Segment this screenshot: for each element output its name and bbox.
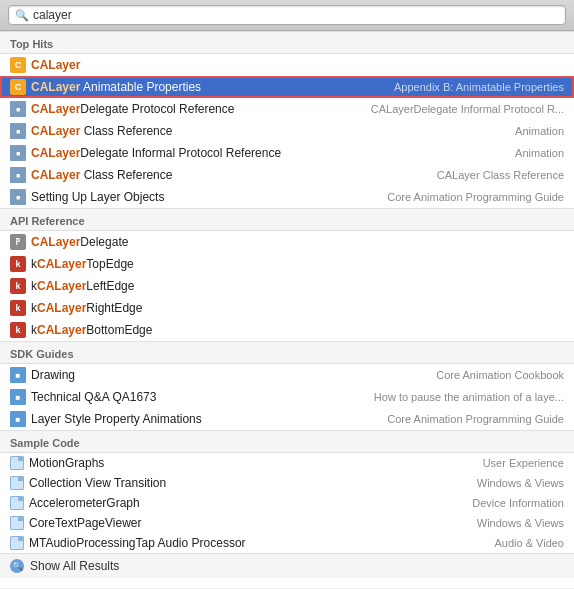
search-input[interactable] — [33, 8, 559, 22]
result-text: AccelerometerGraph — [29, 496, 462, 510]
result-text: CALayer Class Reference — [31, 124, 505, 138]
c-icon: C — [10, 57, 26, 73]
result-subtitle: Core Animation Cookbook — [436, 369, 564, 381]
result-text: MTAudioProcessingTap Audio Processor — [29, 536, 484, 550]
result-calayer-delegate-informal[interactable]: ■ CALayerDelegate Informal Protocol Refe… — [0, 142, 574, 164]
result-subtitle: Device Information — [472, 497, 564, 509]
search-input-wrap[interactable]: 🔍 — [8, 5, 566, 25]
result-subtitle: Animation — [515, 125, 564, 137]
result-subtitle: Windows & Views — [477, 517, 564, 529]
result-text: CALayer — [31, 58, 564, 72]
result-kcalayer-bottom-edge[interactable]: k kCALayerBottomEdge — [0, 319, 574, 341]
result-kcalayer-right-edge[interactable]: k kCALayerRightEdge — [0, 297, 574, 319]
result-subtitle: Appendix B: Animatable Properties — [394, 81, 564, 93]
result-subtitle: Windows & Views — [477, 477, 564, 489]
result-drawing[interactable]: ■ Drawing Core Animation Cookbook — [0, 364, 574, 386]
show-all-icon: 🔍 — [10, 559, 24, 573]
result-text: Drawing — [31, 368, 426, 382]
result-mtaudio[interactable]: MTAudioProcessingTap Audio Processor Aud… — [0, 533, 574, 553]
sample-file-icon — [10, 536, 24, 550]
show-all-results-row[interactable]: 🔍 Show All Results — [0, 553, 574, 578]
search-bar: 🔍 — [0, 0, 574, 31]
result-subtitle: CALayerDelegate Informal Protocol R... — [371, 103, 564, 115]
result-text: Setting Up Layer Objects — [31, 190, 377, 204]
result-text: CALayerDelegate Informal Protocol Refere… — [31, 146, 505, 160]
result-technical-qa[interactable]: ■ Technical Q&A QA1673 How to pause the … — [0, 386, 574, 408]
doc-icon: ■ — [10, 145, 26, 161]
result-subtitle: Core Animation Programming Guide — [387, 191, 564, 203]
result-subtitle: Core Animation Programming Guide — [387, 413, 564, 425]
sample-file-icon — [10, 456, 24, 470]
result-subtitle: Animation — [515, 147, 564, 159]
result-calayer-delegate-protocol[interactable]: ■ CALayerDelegate Protocol Reference CAL… — [0, 98, 574, 120]
result-kcalayer-left-edge[interactable]: k kCALayerLeftEdge — [0, 275, 574, 297]
section-top-hits-header: Top Hits — [0, 31, 574, 54]
result-calayer-main[interactable]: C CALayer — [0, 54, 574, 76]
result-text: kCALayerLeftEdge — [31, 279, 564, 293]
result-text: kCALayerTopEdge — [31, 257, 564, 271]
result-text: CALayer Class Reference — [31, 168, 427, 182]
c-icon: C — [10, 79, 26, 95]
doc-icon: ■ — [10, 101, 26, 117]
section-sdk-guides-header: SDK Guides — [0, 341, 574, 364]
k-icon: k — [10, 300, 26, 316]
result-text: CALayerDelegate Protocol Reference — [31, 102, 361, 116]
result-calayer-animatable[interactable]: C CALayer Animatable Properties Appendix… — [0, 76, 574, 98]
sample-file-icon — [10, 496, 24, 510]
k-icon: k — [10, 322, 26, 338]
result-subtitle: User Experience — [483, 457, 564, 469]
api-icon: P — [10, 234, 26, 250]
results-container: Top Hits C CALayer C CALayer Animatable … — [0, 31, 574, 588]
section-sample-code-header: Sample Code — [0, 430, 574, 453]
doc-icon: ■ — [10, 167, 26, 183]
result-text: CoreTextPageViewer — [29, 516, 467, 530]
result-core-text[interactable]: CoreTextPageViewer Windows & Views — [0, 513, 574, 533]
doc-icon: ■ — [10, 189, 26, 205]
k-icon: k — [10, 278, 26, 294]
doc-icon: ■ — [10, 123, 26, 139]
result-subtitle: How to pause the animation of a laye... — [374, 391, 564, 403]
result-text: Layer Style Property Animations — [31, 412, 377, 426]
sample-file-icon — [10, 476, 24, 490]
result-collection-view[interactable]: Collection View Transition Windows & Vie… — [0, 473, 574, 493]
guide-icon: ■ — [10, 411, 26, 427]
k-icon: k — [10, 256, 26, 272]
section-api-reference-header: API Reference — [0, 208, 574, 231]
result-motion-graphs[interactable]: MotionGraphs User Experience — [0, 453, 574, 473]
result-accelerometer[interactable]: AccelerometerGraph Device Information — [0, 493, 574, 513]
result-calayer-class-ref[interactable]: ■ CALayer Class Reference Animation — [0, 120, 574, 142]
result-text: CALayerDelegate — [31, 235, 564, 249]
guide-icon: ■ — [10, 367, 26, 383]
svg-text:P: P — [16, 238, 21, 247]
search-icon: 🔍 — [15, 9, 29, 22]
result-layer-style[interactable]: ■ Layer Style Property Animations Core A… — [0, 408, 574, 430]
guide-icon: ■ — [10, 389, 26, 405]
result-subtitle: Audio & Video — [494, 537, 564, 549]
result-setting-up-layer[interactable]: ■ Setting Up Layer Objects Core Animatio… — [0, 186, 574, 208]
result-kcalayer-top-edge[interactable]: k kCALayerTopEdge — [0, 253, 574, 275]
result-text: kCALayerRightEdge — [31, 301, 564, 315]
result-calayer-delegate[interactable]: P CALayerDelegate — [0, 231, 574, 253]
result-text: Technical Q&A QA1673 — [31, 390, 364, 404]
result-subtitle: CALayer Class Reference — [437, 169, 564, 181]
result-text: CALayer Animatable Properties — [31, 80, 384, 94]
result-calayer-class-ref2[interactable]: ■ CALayer Class Reference CALayer Class … — [0, 164, 574, 186]
sample-file-icon — [10, 516, 24, 530]
show-all-label: Show All Results — [30, 559, 119, 573]
result-text: kCALayerBottomEdge — [31, 323, 564, 337]
result-text: Collection View Transition — [29, 476, 467, 490]
result-text: MotionGraphs — [29, 456, 473, 470]
